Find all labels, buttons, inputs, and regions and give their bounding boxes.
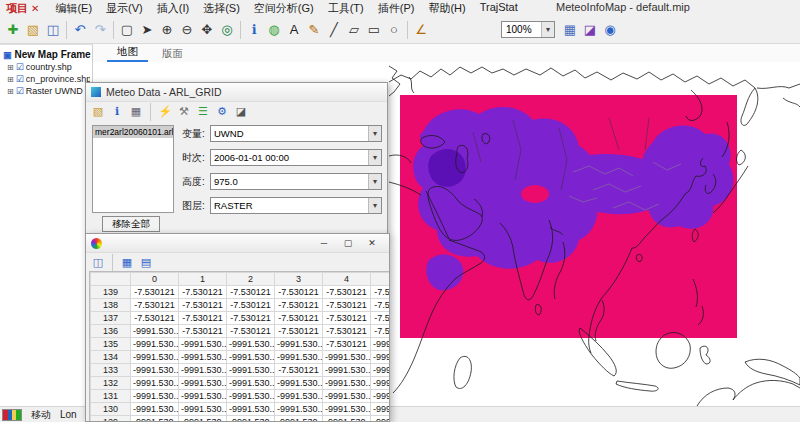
menu-item[interactable]: 选择(S) xyxy=(196,1,247,16)
project-panel-tab[interactable]: 项目 xyxy=(0,1,31,16)
layer-item[interactable]: ⊞☑country.shp xyxy=(0,61,92,73)
table-cell[interactable]: -7.530121 xyxy=(227,312,275,325)
stats-chart-icon[interactable]: ◪ xyxy=(233,104,249,120)
table-cell[interactable]: -7.530121 xyxy=(131,299,179,312)
table-cell[interactable]: -9991.530... xyxy=(131,338,179,351)
polygon-icon[interactable]: ▱ xyxy=(344,20,364,40)
table-cell[interactable]: -9991.530... xyxy=(131,390,179,403)
layer-checkbox[interactable]: ☑ xyxy=(16,62,24,72)
level-combobox[interactable]: 975.0▾ xyxy=(210,173,382,190)
table-cell[interactable]: -7.530121 xyxy=(275,364,323,377)
time-combobox[interactable]: 2006-01-01 00:00▾ xyxy=(210,149,382,166)
column-header[interactable]: 4 xyxy=(323,273,371,286)
meteo-dialog-titlebar[interactable]: Meteo Data - ARL_GRID xyxy=(86,83,387,102)
table-cell[interactable]: -7.530121 xyxy=(323,299,371,312)
select-icon[interactable]: ▢ xyxy=(117,20,137,40)
table-cell[interactable]: -9991.530... xyxy=(227,403,275,416)
options-icon[interactable]: ⚙ xyxy=(214,104,230,120)
table-cell[interactable]: -7.530121 xyxy=(179,312,227,325)
row-header[interactable]: 132 xyxy=(91,377,131,390)
menu-item[interactable]: 插入(I) xyxy=(150,1,196,16)
row-header[interactable]: 130 xyxy=(91,403,131,416)
table-cell[interactable]: -9991.530... xyxy=(131,351,179,364)
table-cell[interactable]: -9991.530... xyxy=(179,377,227,390)
layer-item[interactable]: ⊞☑Raster UWND 975.0 2... xyxy=(0,85,92,97)
open-file-icon[interactable]: ▧ xyxy=(23,20,43,40)
table-cell[interactable]: -9991.530... xyxy=(179,416,227,422)
identify-icon[interactable]: ℹ xyxy=(244,20,264,40)
row-header[interactable]: 136 xyxy=(91,325,131,338)
undo-icon[interactable]: ↶ xyxy=(70,20,90,40)
table-cell[interactable]: -9991.530... xyxy=(371,377,390,390)
data-info-icon[interactable]: ℹ xyxy=(109,104,125,120)
table-cell[interactable]: -7.530121 xyxy=(275,299,323,312)
menu-item[interactable]: TrajStat xyxy=(473,1,525,16)
table-cell[interactable]: -9991.530... xyxy=(323,390,371,403)
table-cell[interactable]: -9991.530... xyxy=(371,338,390,351)
row-header[interactable]: 134 xyxy=(91,351,131,364)
zoom-out-icon[interactable]: ⊖ xyxy=(177,20,197,40)
table-cell[interactable]: -9991.530... xyxy=(179,338,227,351)
table-cell[interactable]: -7.530121 xyxy=(131,286,179,299)
table-cell[interactable]: -9991.530... xyxy=(227,416,275,422)
table-cell[interactable]: -9991.530... xyxy=(323,403,371,416)
layer-item[interactable]: ⊞☑cn_province.shp xyxy=(0,73,92,85)
table-cell[interactable]: -9991.530... xyxy=(323,351,371,364)
table-cell[interactable]: -7.530121 xyxy=(323,325,371,338)
data-file-item[interactable]: mer2arl20060101.arl xyxy=(93,126,173,138)
table-cell[interactable]: -9991.530... xyxy=(131,364,179,377)
row-header[interactable]: 138 xyxy=(91,299,131,312)
full-extent-icon[interactable]: ◎ xyxy=(217,20,237,40)
expand-icon[interactable]: ⊞ xyxy=(7,75,14,84)
redo-icon[interactable]: ↷ xyxy=(90,20,110,40)
grid-view-icon[interactable]: ▦ xyxy=(119,255,135,271)
row-header[interactable]: 131 xyxy=(91,390,131,403)
table-dialog-titlebar[interactable]: ─ ▢ ✕ xyxy=(86,234,389,253)
menu-item[interactable]: 工具(T) xyxy=(321,1,371,16)
table-cell[interactable]: -9991.530... xyxy=(227,390,275,403)
table-cell[interactable]: -9991.530... xyxy=(227,351,275,364)
chevron-down-icon[interactable]: ▾ xyxy=(368,150,381,165)
table-cell[interactable]: -9991.530... xyxy=(371,351,390,364)
table-cell[interactable]: -9991.530... xyxy=(131,377,179,390)
settings-icon[interactable]: ⚒ xyxy=(176,104,192,120)
table-cell[interactable]: -9991.530... xyxy=(131,416,179,422)
table-cell[interactable]: -9991.530... xyxy=(179,351,227,364)
chevron-down-icon[interactable]: ▾ xyxy=(368,174,381,189)
table-cell[interactable]: -9991.530... xyxy=(323,377,371,390)
variable-combobox[interactable]: UWND▾ xyxy=(210,125,382,142)
table-cell[interactable]: -9991.530... xyxy=(131,403,179,416)
draw-data-icon[interactable]: ⚡ xyxy=(157,104,173,120)
cursor-icon[interactable]: ➤ xyxy=(137,20,157,40)
attribute-table-icon[interactable]: ▦ xyxy=(560,20,580,40)
table-cell[interactable]: -7.530121 xyxy=(371,286,390,299)
remove-all-button[interactable]: 移除全部 xyxy=(102,216,160,232)
expand-icon[interactable]: ⊞ xyxy=(7,63,14,72)
table-cell[interactable]: -7.530121 xyxy=(227,286,275,299)
table-cell[interactable]: -7.530121 xyxy=(179,299,227,312)
table-cell[interactable]: -7.530121 xyxy=(275,286,323,299)
save-icon[interactable]: ◫ xyxy=(90,255,106,271)
table-cell[interactable]: -7.530121 xyxy=(131,312,179,325)
polyline-icon[interactable]: ╱ xyxy=(324,20,344,40)
data-table-icon[interactable]: ▦ xyxy=(128,104,144,120)
table-cell[interactable]: -7.530121 xyxy=(179,325,227,338)
maximize-button[interactable]: ▢ xyxy=(336,235,360,252)
table-cell[interactable]: -9991.530... xyxy=(275,416,323,422)
table-cell[interactable]: -7.530121 xyxy=(323,286,371,299)
table-cell[interactable]: -7.530121 xyxy=(371,325,390,338)
menu-item[interactable]: 帮助(H) xyxy=(421,1,472,16)
measure-icon[interactable]: ∠ xyxy=(411,20,431,40)
tab-map[interactable]: 地图 xyxy=(107,43,148,62)
table-cell[interactable]: -9991.530... xyxy=(275,377,323,390)
circle-icon[interactable]: ○ xyxy=(384,20,404,40)
table-cell[interactable]: -9991.530... xyxy=(323,364,371,377)
table-cell[interactable]: -7.530121 xyxy=(227,325,275,338)
column-header[interactable]: 2 xyxy=(227,273,275,286)
chart-icon[interactable]: ◪ xyxy=(580,20,600,40)
label-icon[interactable]: A xyxy=(284,20,304,40)
layers-list-icon[interactable]: ☰ xyxy=(195,104,211,120)
table-cell[interactable]: -9991.530... xyxy=(179,390,227,403)
row-header[interactable]: 129 xyxy=(91,416,131,422)
table-cell[interactable]: -7.530121 xyxy=(275,325,323,338)
